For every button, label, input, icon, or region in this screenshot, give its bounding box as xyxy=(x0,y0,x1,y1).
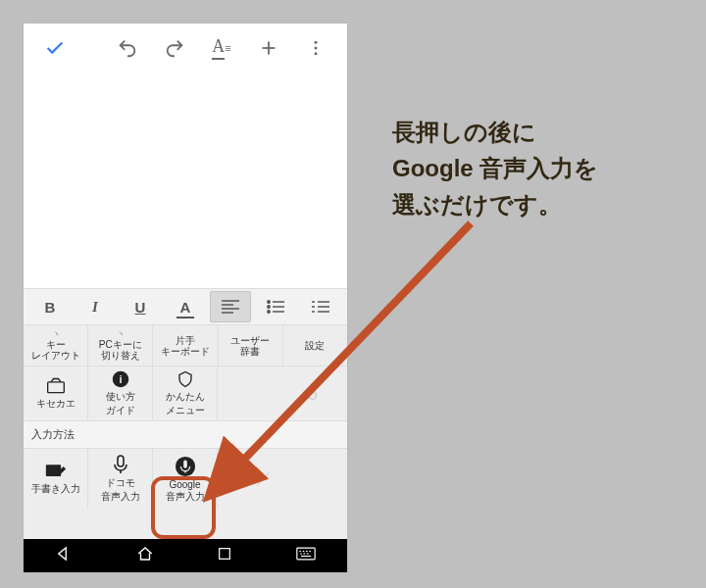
svg-point-4 xyxy=(315,52,318,55)
keyboard-panel: ヽキー レイアウト ヽPCキーに 切り替え 片手 キーボード ユーザー 辞書 設… xyxy=(24,325,347,539)
svg-rect-31 xyxy=(297,548,315,560)
align-button[interactable] xyxy=(210,291,251,322)
editor-toolbar: A≡ xyxy=(24,24,347,73)
one-hand-keyboard-option[interactable]: 片手 キーボード xyxy=(153,325,218,366)
mic-filled-icon xyxy=(175,456,196,477)
svg-point-3 xyxy=(315,47,318,50)
text-format-button[interactable]: A≡ xyxy=(200,26,243,70)
bold-button[interactable]: B xyxy=(27,291,73,322)
info-icon: i xyxy=(112,370,129,388)
svg-rect-28 xyxy=(183,460,187,467)
shield-icon xyxy=(176,370,194,388)
svg-point-13 xyxy=(268,311,270,313)
svg-point-9 xyxy=(268,301,270,303)
text-color-button[interactable]: A xyxy=(163,291,208,322)
confirm-button[interactable] xyxy=(33,26,76,70)
more-menu-button[interactable] xyxy=(294,26,337,70)
undo-button[interactable] xyxy=(106,26,149,70)
nav-home-button[interactable] xyxy=(136,545,154,566)
svg-point-2 xyxy=(315,41,318,44)
svg-rect-25 xyxy=(118,456,124,466)
google-voice-input-option[interactable]: Google 音声入力 xyxy=(153,449,218,510)
annotation-text: 長押しの後に Google 音声入力を 選ぶだけです。 xyxy=(392,114,598,223)
docomo-voice-input-option[interactable]: ドコモ 音声入力 xyxy=(88,449,153,510)
nav-recent-button[interactable] xyxy=(217,546,232,565)
numbered-list-button[interactable] xyxy=(298,291,343,322)
input-method-header: 入力方法 xyxy=(24,421,347,449)
user-dictionary-option[interactable]: ユーザー 辞書 xyxy=(219,325,283,366)
svg-point-11 xyxy=(268,306,270,308)
mic-outline-icon xyxy=(113,455,128,474)
android-nav-bar xyxy=(24,539,347,572)
italic-button[interactable]: I xyxy=(73,291,118,322)
keyboard-background: 6 xyxy=(218,367,347,420)
handwriting-icon xyxy=(45,463,67,480)
phone-screenshot: A≡ B I U A ヽキー レイアウト ヽPCキーに 切り替え 片手 キーボー… xyxy=(24,24,347,572)
easy-menu-option[interactable]: かんたん メニュー xyxy=(153,367,218,420)
usage-guide-option[interactable]: i 使い方 ガイド xyxy=(88,367,153,420)
handwriting-input-option[interactable]: 手書き入力 xyxy=(24,449,88,510)
document-editor-area[interactable] xyxy=(24,73,347,288)
settings-option[interactable]: 設定 xyxy=(283,325,347,366)
bullet-list-button[interactable] xyxy=(253,291,298,322)
svg-rect-24 xyxy=(45,465,60,476)
format-toolbar: B I U A xyxy=(24,288,347,325)
kisekae-option[interactable]: キセカエ xyxy=(24,367,88,420)
nav-keyboard-button[interactable] xyxy=(296,547,316,564)
svg-rect-30 xyxy=(220,549,230,560)
theme-icon xyxy=(46,377,66,395)
pc-key-switch-option[interactable]: ヽPCキーに 切り替え xyxy=(88,325,153,366)
redo-button[interactable] xyxy=(153,26,196,70)
keyboard-background-2: ¥／ xyxy=(218,449,347,510)
add-button[interactable] xyxy=(247,26,290,70)
underline-button[interactable]: U xyxy=(118,291,163,322)
key-layout-option[interactable]: ヽキー レイアウト xyxy=(24,325,88,366)
svg-text:i: i xyxy=(119,372,122,384)
nav-back-button[interactable] xyxy=(55,545,73,566)
svg-rect-21 xyxy=(47,381,64,392)
